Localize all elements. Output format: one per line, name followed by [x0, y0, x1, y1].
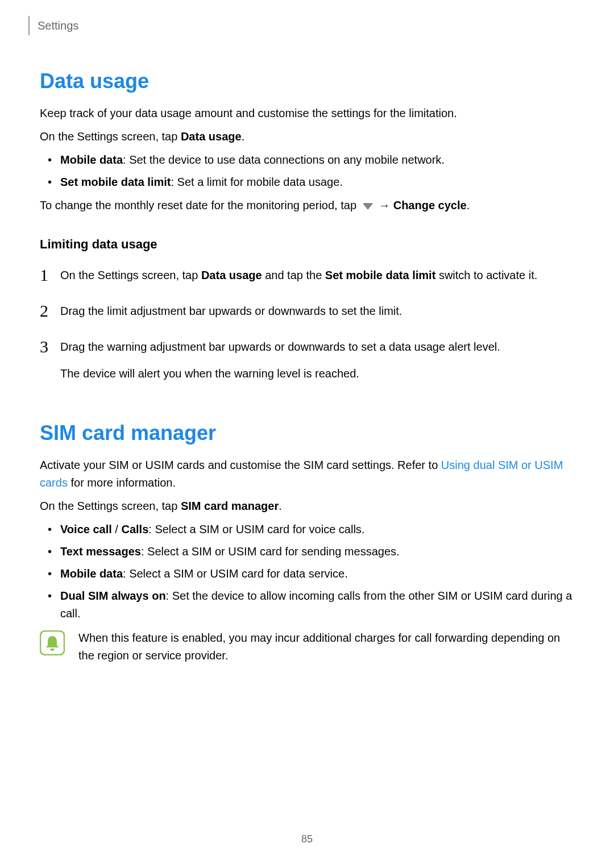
step-content: Drag the warning adjustment bar upwards …: [60, 338, 574, 383]
step-part-bold: Set mobile data limit: [325, 269, 435, 281]
list-item: Set mobile data limit: Set a limit for m…: [60, 173, 574, 191]
step-number: 1: [40, 267, 60, 284]
step-sub-para: The device will alert you when the warni…: [60, 365, 574, 383]
step-part: switch to activate it.: [435, 269, 537, 281]
bullet-bold: Mobile data: [60, 567, 123, 580]
intro2-bold: Data usage: [181, 130, 242, 143]
bullet-bold: Voice call: [60, 523, 112, 535]
list-item: Text messages: Select a SIM or USIM card…: [60, 543, 574, 560]
list-item: Dual SIM always on: Set the device to al…: [60, 587, 574, 622]
reset-pre: To change the monthly reset date for the…: [40, 199, 360, 211]
intro2-post: .: [242, 130, 245, 143]
step-3: 3 Drag the warning adjustment bar upward…: [40, 338, 574, 383]
bullet-text: : Select a SIM or USIM card for voice ca…: [148, 523, 364, 535]
section-heading-data-usage: Data usage: [40, 69, 574, 93]
step-part: Drag the warning adjustment bar upwards …: [60, 340, 500, 353]
bullet-bold: Text messages: [60, 545, 141, 558]
sim-intro-2: On the Settings screen, tap SIM card man…: [40, 497, 574, 515]
list-item: Voice call / Calls: Select a SIM or USIM…: [60, 521, 574, 538]
step-part: and tap the: [262, 269, 325, 281]
bullet-list-data-usage: Mobile data: Set the device to use data …: [40, 151, 574, 191]
bullet-list-sim: Voice call / Calls: Select a SIM or USIM…: [40, 521, 574, 622]
section-heading-sim: SIM card manager: [40, 421, 574, 445]
list-item: Mobile data: Set the device to use data …: [60, 151, 574, 169]
bullet-text: : Select a SIM or USIM card for sending …: [141, 545, 400, 558]
sim-intro2-bold: SIM card manager: [181, 500, 279, 512]
bullet-bold: Set mobile data limit: [60, 176, 171, 188]
intro2-pre: On the Settings screen, tap: [40, 130, 181, 143]
step-part: Drag the limit adjustment bar upwards or…: [60, 305, 402, 317]
intro-text-1: Keep track of your data usage amount and…: [40, 105, 574, 122]
step-content: Drag the limit adjustment bar upwards or…: [60, 302, 574, 320]
sim-intro2-pre: On the Settings screen, tap: [40, 500, 181, 512]
step-part: On the Settings screen, tap: [60, 269, 201, 281]
intro-text-2: On the Settings screen, tap Data usage.: [40, 128, 574, 146]
sim-intro: Activate your SIM or USIM cards and cust…: [40, 456, 574, 492]
bullet-text: : Set a limit for mobile data usage.: [171, 176, 342, 188]
page-header: Settings: [28, 16, 574, 35]
sim-intro2-post: .: [279, 500, 282, 512]
bullet-slash: /: [112, 523, 122, 535]
sim-intro-part: for more information.: [68, 476, 176, 489]
bullet-text: : Set the device to use data connections…: [123, 153, 445, 166]
svg-marker-0: [363, 203, 372, 209]
header-divider: [28, 16, 30, 35]
step-part-bold: Data usage: [201, 269, 262, 281]
bullet-text: : Select a SIM or USIM card for data ser…: [123, 567, 348, 580]
reset-date-text: To change the monthly reset date for the…: [40, 197, 574, 214]
reset-arrow: →: [376, 199, 393, 211]
reset-bold: Change cycle: [393, 199, 467, 211]
list-item: Mobile data: Select a SIM or USIM card f…: [60, 565, 574, 583]
step-content: On the Settings screen, tap Data usage a…: [60, 267, 574, 284]
sub-heading-limiting: Limiting data usage: [40, 237, 574, 252]
note-bell-icon: [40, 630, 65, 658]
step-number: 2: [40, 302, 60, 319]
note-block: When this feature is enabled, you may in…: [40, 629, 574, 665]
step-number: 3: [40, 338, 60, 355]
note-text: When this feature is enabled, you may in…: [78, 629, 574, 665]
page-number: 85: [0, 833, 614, 845]
bullet-bold: Dual SIM always on: [60, 589, 166, 602]
step-1: 1 On the Settings screen, tap Data usage…: [40, 267, 574, 284]
breadcrumb: Settings: [38, 16, 78, 32]
bullet-bold2: Calls: [121, 523, 148, 535]
reset-post: .: [467, 199, 470, 211]
chevron-down-icon: [362, 202, 374, 210]
bullet-bold: Mobile data: [60, 153, 123, 166]
step-2: 2 Drag the limit adjustment bar upwards …: [40, 302, 574, 320]
sim-intro-part: Activate your SIM or USIM cards and cust…: [40, 459, 441, 471]
